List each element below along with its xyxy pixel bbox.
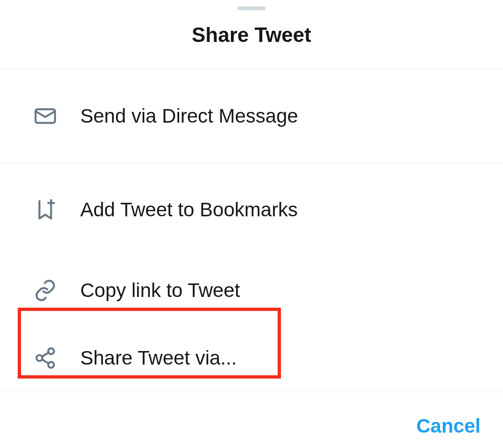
svg-line-6 (42, 352, 49, 356)
bookmark-add-icon (33, 197, 58, 222)
option-add-bookmark[interactable]: Add Tweet to Bookmarks (0, 163, 503, 256)
option-label: Copy link to Tweet (80, 279, 240, 302)
drag-handle[interactable] (238, 7, 265, 10)
sheet-header: Share Tweet (0, 10, 503, 69)
option-send-direct-message[interactable]: Send via Direct Message (0, 69, 503, 163)
share-sheet: Share Tweet Send via Direct Message Add … (0, 0, 503, 448)
svg-line-7 (42, 359, 49, 363)
link-icon (33, 278, 58, 303)
envelope-icon (33, 103, 58, 129)
cancel-button[interactable]: Cancel (416, 415, 481, 437)
option-share-via[interactable]: Share Tweet via... (0, 324, 503, 392)
option-label: Send via Direct Message (80, 105, 298, 127)
option-label: Add Tweet to Bookmarks (80, 199, 298, 221)
sheet-title: Share Tweet (0, 23, 503, 47)
option-label: Share Tweet via... (80, 347, 237, 369)
sheet-footer: Cancel (0, 392, 503, 448)
share-icon (33, 345, 58, 371)
option-copy-link[interactable]: Copy link to Tweet (0, 256, 503, 324)
